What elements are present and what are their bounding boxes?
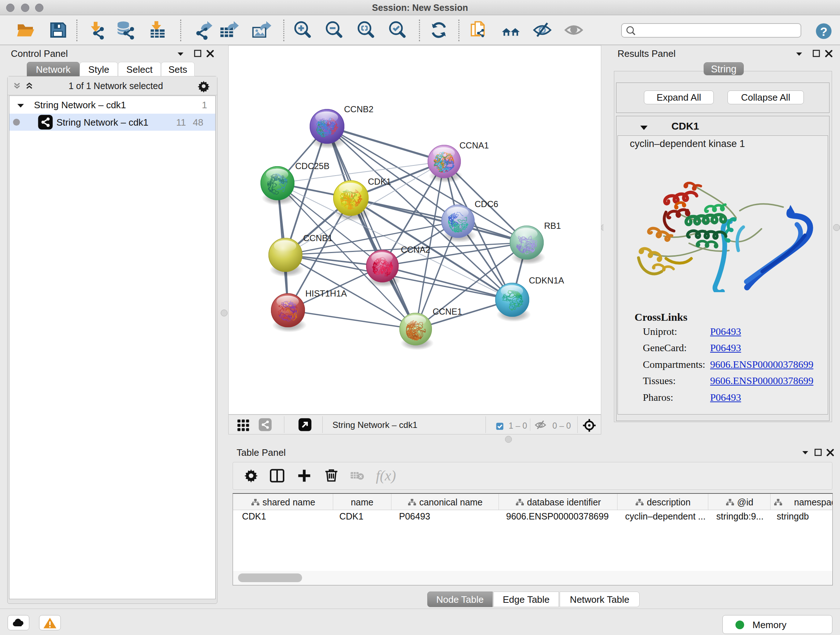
- svg-text:CCNB2: CCNB2: [344, 104, 373, 114]
- svg-text:RB1: RB1: [544, 221, 561, 231]
- svg-text:CDC6: CDC6: [475, 199, 498, 209]
- svg-text:HIST1H1A: HIST1H1A: [305, 288, 347, 298]
- svg-text:CCNA2: CCNA2: [401, 245, 430, 255]
- svg-text:CCNB1: CCNB1: [303, 233, 332, 243]
- svg-text:CCNE1: CCNE1: [433, 307, 462, 317]
- svg-text:?: ?: [820, 25, 827, 38]
- svg-text:CDK1: CDK1: [368, 177, 391, 187]
- svg-text:CDKN1A: CDKN1A: [529, 276, 564, 285]
- svg-text:CDC25B: CDC25B: [295, 161, 330, 171]
- svg-text:CCNA1: CCNA1: [459, 141, 489, 150]
